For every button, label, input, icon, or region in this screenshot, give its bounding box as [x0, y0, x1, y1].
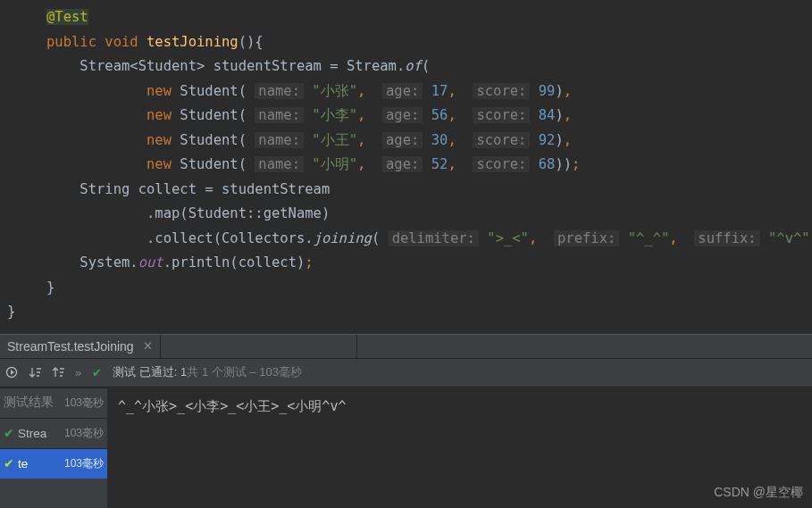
console-panel: 测试结果 103毫秒 ✔ Strea 103毫秒 ✔ te 103毫秒 ^_^小…	[0, 387, 812, 509]
code-line: String collect = studentStream	[0, 178, 812, 203]
more-icon[interactable]: »	[75, 366, 81, 379]
tree-row[interactable]: ✔ Strea 103毫秒	[0, 418, 107, 448]
tree-row-selected[interactable]: ✔ te 103毫秒	[0, 448, 107, 479]
code-line: }	[0, 276, 812, 301]
svg-marker-1	[11, 370, 14, 375]
test-status: 测试 已通过: 1共 1 个测试 – 103毫秒	[113, 364, 302, 380]
watermark: CSDN @星空椰	[714, 485, 803, 501]
check-icon: ✔	[4, 456, 14, 471]
tab-label: StreamTest.testJoining	[7, 339, 134, 354]
tree-header[interactable]: 测试结果 103毫秒	[0, 387, 107, 418]
console-output[interactable]: ^_^小张>_<小李>_<小王>_<小明^v^	[107, 387, 356, 509]
check-icon: ✔	[92, 366, 102, 379]
code-line: new Student( name: "小张", age: 17, score:…	[0, 79, 812, 104]
code-line: .map(Student::getName)	[0, 202, 812, 227]
code-line: .collect(Collectors.joining( delimiter: …	[0, 227, 812, 252]
rerun-icon[interactable]	[5, 366, 18, 379]
code-line: Stream<Student> studentStream = Stream.o…	[0, 54, 812, 79]
code-editor[interactable]: @Test public void testJoining(){ Stream<…	[0, 0, 812, 334]
sort-down-icon[interactable]	[29, 366, 41, 379]
code-line: @Test	[0, 5, 812, 30]
code-line: public void testJoining(){	[0, 30, 812, 55]
code-line: new Student( name: "小明", age: 52, score:…	[0, 153, 812, 178]
sort-up-icon[interactable]	[52, 366, 64, 379]
test-tree[interactable]: 测试结果 103毫秒 ✔ Strea 103毫秒 ✔ te 103毫秒	[0, 387, 107, 509]
code-line: System.out.println(collect);	[0, 251, 812, 276]
code-line: new Student( name: "小王", age: 30, score:…	[0, 129, 812, 154]
check-icon: ✔	[4, 426, 14, 440]
close-icon[interactable]: ✕	[143, 339, 153, 353]
code-line: }	[0, 300, 812, 325]
code-line: new Student( name: "小李", age: 56, score:…	[0, 104, 812, 129]
test-toolbar: » ✔ 测试 已通过: 1共 1 个测试 – 103毫秒	[0, 359, 812, 387]
run-tab-bar: StreamTest.testJoining ✕	[0, 334, 812, 359]
annotation: @Test	[46, 9, 88, 25]
tab-testjoining[interactable]: StreamTest.testJoining ✕	[0, 335, 161, 358]
